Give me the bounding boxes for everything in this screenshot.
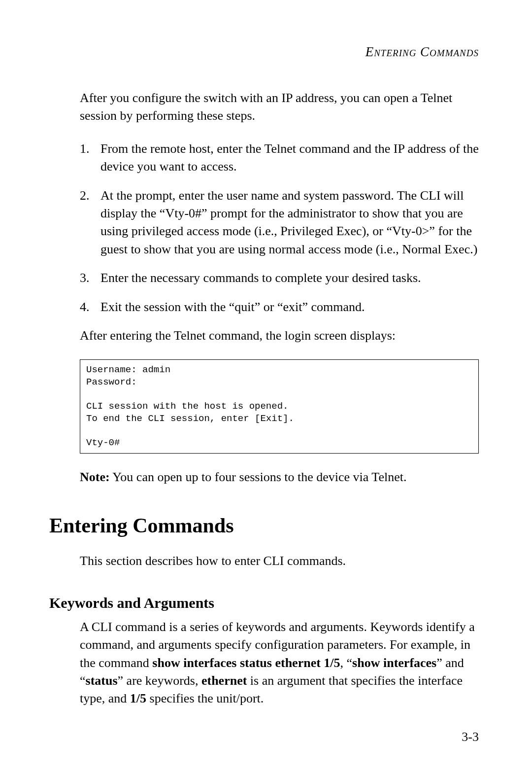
- bold-text: status: [86, 673, 118, 688]
- note-text: You can open up to four sessions to the …: [110, 470, 407, 484]
- body-paragraph: A CLI command is a series of keywords an…: [80, 618, 483, 708]
- list-text: At the prompt, enter the user name and s…: [100, 187, 483, 259]
- bold-text: ethernet: [201, 673, 247, 688]
- text-run: ” are keywords,: [118, 673, 201, 688]
- list-item: 3. Enter the necessary commands to compl…: [80, 269, 483, 287]
- intro-paragraph: After you configure the switch with an I…: [80, 89, 483, 125]
- note-paragraph: Note: You can open up to four sessions t…: [80, 468, 483, 486]
- list-number: 4.: [80, 298, 100, 316]
- list-number: 2.: [80, 187, 100, 259]
- code-block: Username: admin Password: CLI session wi…: [80, 359, 479, 454]
- section-heading: Entering Commands: [49, 514, 483, 537]
- subsection-heading: Keywords and Arguments: [49, 595, 483, 611]
- text-run: specifies the unit/port.: [146, 691, 264, 705]
- list-text: From the remote host, enter the Telnet c…: [100, 140, 483, 176]
- page-container: Entering Commands After you configure th…: [0, 0, 532, 738]
- after-steps-paragraph: After entering the Telnet command, the l…: [80, 327, 483, 345]
- list-item: 1. From the remote host, enter the Telne…: [80, 140, 483, 176]
- bold-text: show interfaces: [352, 656, 436, 670]
- running-header: Entering Commands: [49, 44, 483, 60]
- list-item: 2. At the prompt, enter the user name an…: [80, 187, 483, 259]
- bold-text: show interfaces status ethernet 1/5: [152, 656, 340, 670]
- note-label: Note:: [80, 470, 110, 484]
- steps-list: 1. From the remote host, enter the Telne…: [80, 140, 483, 316]
- list-number: 1.: [80, 140, 100, 176]
- section-intro: This section describes how to enter CLI …: [80, 552, 483, 570]
- list-item: 4. Exit the session with the “quit” or “…: [80, 298, 483, 316]
- page-number: 3-3: [462, 730, 479, 744]
- list-number: 3.: [80, 269, 100, 287]
- bold-text: 1/5: [130, 691, 146, 705]
- list-text: Exit the session with the “quit” or “exi…: [100, 298, 483, 316]
- list-text: Enter the necessary commands to complete…: [100, 269, 483, 287]
- text-run: , “: [340, 656, 353, 670]
